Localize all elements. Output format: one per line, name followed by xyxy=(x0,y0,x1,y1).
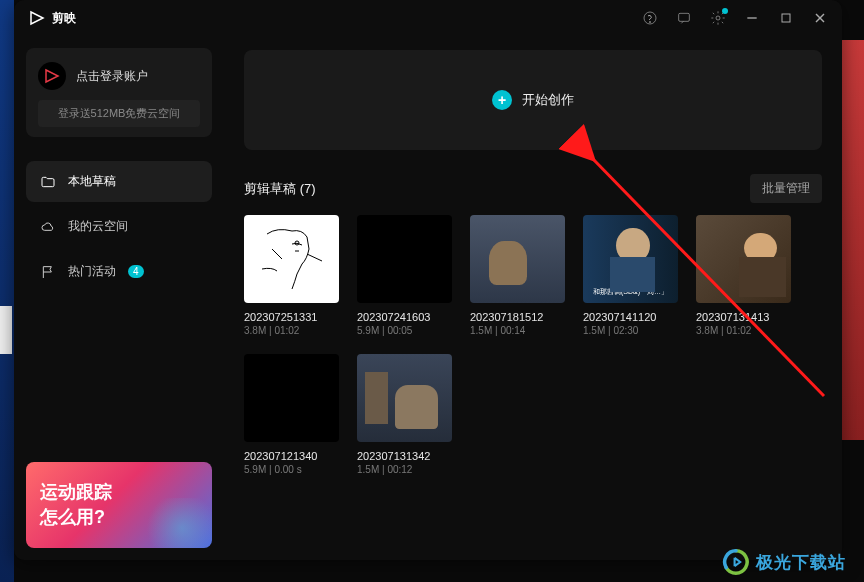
plus-icon: + xyxy=(492,90,512,110)
draft-meta: 3.8M | 01:02 xyxy=(696,325,791,336)
batch-manage-button[interactable]: 批量管理 xyxy=(750,174,822,203)
svg-rect-5 xyxy=(782,14,790,22)
draft-name: 202307251331 xyxy=(244,311,339,323)
draft-meta: 1.5M | 00:12 xyxy=(357,464,452,475)
nav-label: 我的云空间 xyxy=(68,218,128,235)
draft-thumbnail xyxy=(244,215,339,303)
sidebar: 点击登录账户 登录送512MB免费云空间 本地草稿 我的云空间 热门活动 4 xyxy=(14,36,224,560)
drafts-header: 剪辑草稿 (7) 批量管理 xyxy=(244,174,822,203)
login-subtext: 登录送512MB免费云空间 xyxy=(38,100,200,127)
promo-line1: 运动跟踪 xyxy=(40,480,198,505)
close-icon[interactable] xyxy=(812,10,828,26)
draft-thumbnail xyxy=(357,354,452,442)
activity-badge: 4 xyxy=(128,265,144,278)
nav: 本地草稿 我的云空间 热门活动 4 xyxy=(26,161,212,292)
nav-label: 热门活动 xyxy=(68,263,116,280)
draft-name: 202307131413 xyxy=(696,311,791,323)
draft-card[interactable]: 202307241603 5.9M | 00:05 xyxy=(357,215,452,336)
settings-icon[interactable] xyxy=(710,10,726,26)
nav-label: 本地草稿 xyxy=(68,173,116,190)
window-controls xyxy=(642,10,828,26)
draft-card[interactable]: 202307181512 1.5M | 00:14 xyxy=(470,215,565,336)
login-prompt: 点击登录账户 xyxy=(76,68,148,85)
draft-meta: 5.9M | 0.00 s xyxy=(244,464,339,475)
maximize-icon[interactable] xyxy=(778,10,794,26)
app-name: 剪映 xyxy=(52,10,76,27)
draft-card[interactable]: 和那茜调(SD&)「周…」 202307141120 1.5M | 02:30 xyxy=(583,215,678,336)
watermark-logo-icon xyxy=(722,548,750,576)
titlebar: 剪映 xyxy=(14,0,842,36)
minimize-icon[interactable] xyxy=(744,10,760,26)
promo-line2: 怎么用? xyxy=(40,505,198,530)
flag-icon xyxy=(40,264,56,280)
watermark-text: 极光下载站 xyxy=(756,551,846,574)
drafts-grid: 202307251331 3.8M | 01:02 202307241603 5… xyxy=(244,215,822,475)
draft-thumbnail xyxy=(357,215,452,303)
content-area: + 开始创作 剪辑草稿 (7) 批量管理 xyxy=(224,36,842,560)
nav-local-drafts[interactable]: 本地草稿 xyxy=(26,161,212,202)
draft-card[interactable]: 202307131413 3.8M | 01:02 xyxy=(696,215,791,336)
svg-point-1 xyxy=(649,21,650,22)
help-icon[interactable] xyxy=(642,10,658,26)
app-logo-icon xyxy=(28,9,46,27)
create-label: 开始创作 xyxy=(522,91,574,109)
draft-name: 202307141120 xyxy=(583,311,678,323)
draft-meta: 1.5M | 02:30 xyxy=(583,325,678,336)
draft-card[interactable]: 202307121340 5.9M | 0.00 s xyxy=(244,354,339,475)
svg-rect-2 xyxy=(679,13,690,21)
draft-thumbnail xyxy=(244,354,339,442)
drafts-title: 剪辑草稿 (7) xyxy=(244,180,316,198)
nav-cloud-space[interactable]: 我的云空间 xyxy=(26,206,212,247)
draft-thumbnail: 和那茜调(SD&)「周…」 xyxy=(583,215,678,303)
draft-name: 202307241603 xyxy=(357,311,452,323)
draft-card[interactable]: 202307131342 1.5M | 00:12 xyxy=(357,354,452,475)
draft-name: 202307131342 xyxy=(357,450,452,462)
draft-name: 202307181512 xyxy=(470,311,565,323)
login-card[interactable]: 点击登录账户 登录送512MB免费云空间 xyxy=(26,48,212,137)
login-avatar-icon xyxy=(38,62,66,90)
draft-meta: 3.8M | 01:02 xyxy=(244,325,339,336)
feedback-icon[interactable] xyxy=(676,10,692,26)
draft-card[interactable]: 202307251331 3.8M | 01:02 xyxy=(244,215,339,336)
app-window: 剪映 点击登录账户 登录送512MB免费云空间 xyxy=(14,0,842,560)
nav-activities[interactable]: 热门活动 4 xyxy=(26,251,212,292)
app-logo: 剪映 xyxy=(28,9,76,27)
draft-meta: 5.9M | 00:05 xyxy=(357,325,452,336)
folder-icon xyxy=(40,174,56,190)
watermark: 极光下载站 xyxy=(722,548,846,576)
create-button[interactable]: + 开始创作 xyxy=(244,50,822,150)
draft-name: 202307121340 xyxy=(244,450,339,462)
draft-meta: 1.5M | 00:14 xyxy=(470,325,565,336)
svg-point-3 xyxy=(716,16,720,20)
cloud-icon xyxy=(40,219,56,235)
draft-thumbnail xyxy=(696,215,791,303)
draft-thumbnail xyxy=(470,215,565,303)
promo-banner[interactable]: 运动跟踪 怎么用? xyxy=(26,462,212,548)
